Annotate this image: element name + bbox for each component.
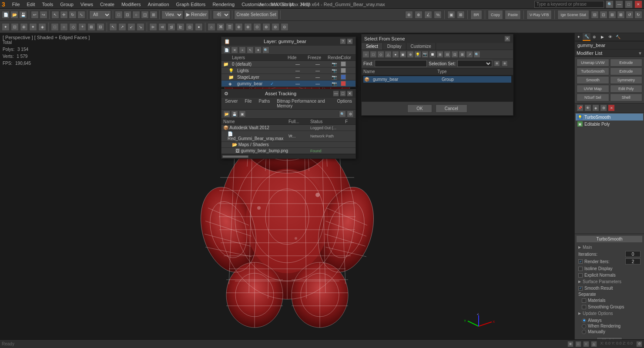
menu-tools[interactable]: Tools bbox=[39, 0, 57, 8]
schematic-view-icon[interactable]: ⊠ bbox=[457, 11, 465, 19]
layer-add-obj-icon[interactable]: + bbox=[239, 47, 246, 54]
unwrap-uvw-btn[interactable]: Unwrap UVW bbox=[577, 59, 609, 67]
sel-tb-5[interactable]: ● bbox=[392, 51, 399, 58]
make-unique-icon[interactable]: ◈ bbox=[592, 104, 599, 111]
snap-icon[interactable]: ⊕ bbox=[405, 11, 413, 19]
asset-dialog-max[interactable]: □ bbox=[340, 90, 346, 97]
asset-tb-icon-3[interactable]: ▣ bbox=[239, 110, 246, 117]
always-radio[interactable]: Always bbox=[578, 318, 641, 323]
asset-row-bump[interactable]: 🖼 gummy_bear_bump.png Found bbox=[221, 148, 356, 154]
smoothing-groups-checkbox[interactable] bbox=[582, 305, 586, 309]
tb2-icon-5[interactable]: ◈ bbox=[38, 23, 46, 31]
right-tab-display[interactable]: 👁 bbox=[606, 33, 614, 41]
layer-color-gummy[interactable] bbox=[341, 81, 346, 86]
explicit-normals-checkbox[interactable] bbox=[578, 273, 583, 278]
search-icon[interactable]: 🔍 bbox=[606, 0, 614, 8]
time-config-icon[interactable]: ⏱ bbox=[636, 341, 642, 347]
asset-menu-server[interactable]: Server bbox=[221, 98, 241, 109]
sel-tb-1[interactable]: ○ bbox=[362, 51, 369, 58]
update-options-header[interactable]: Update Options bbox=[577, 310, 642, 317]
tb2-icon-29[interactable]: ⊜ bbox=[272, 23, 279, 31]
tb2-icon-9[interactable]: ⌖ bbox=[78, 23, 86, 31]
asset-tb-icon-4[interactable]: 🔍 bbox=[339, 110, 346, 117]
isoline-checkbox[interactable] bbox=[578, 267, 583, 271]
layer-color-stage[interactable] bbox=[341, 74, 346, 80]
sel-tb-13[interactable]: ⊡ bbox=[451, 51, 458, 58]
asset-menu-bitmap[interactable]: Bitmap Performance and Memory bbox=[273, 98, 333, 109]
find-options-icon-1[interactable]: ⊕ bbox=[494, 60, 500, 67]
show-end-result-icon[interactable]: 👁 bbox=[584, 104, 591, 111]
undo-icon[interactable]: ↩ bbox=[31, 11, 39, 19]
layer-row-gummy-bear[interactable]: ◈ gummy_bear ✓ — — 📷 bbox=[221, 80, 356, 87]
sel-tb-11[interactable]: ⊞ bbox=[436, 51, 443, 58]
smooth-btn[interactable]: Smooth bbox=[577, 76, 609, 84]
tb2-icon-17[interactable]: ⊲ bbox=[158, 23, 166, 31]
paint-select-icon[interactable]: ○ bbox=[132, 11, 140, 19]
menu-animation[interactable]: Animation bbox=[144, 0, 173, 8]
vray-vfb-btn[interactable]: V-Ray VFB bbox=[527, 10, 552, 20]
percent-dropdown[interactable]: 490 bbox=[213, 10, 230, 19]
tb2-icon-21[interactable]: ● bbox=[195, 23, 203, 31]
select-icon[interactable]: ↖ bbox=[51, 11, 59, 19]
tb2-icon-13[interactable]: ↗ bbox=[118, 23, 126, 31]
sel-tb-14[interactable]: ⊠ bbox=[459, 51, 466, 58]
tb2-icon-7[interactable]: ○ bbox=[60, 23, 68, 31]
layer-manager-icon[interactable]: ▣ bbox=[447, 11, 455, 19]
menu-edit[interactable]: Edit bbox=[23, 0, 39, 8]
select-tab-select[interactable]: Select bbox=[362, 43, 383, 50]
extra-toolbar-icon-1[interactable]: ⊟ bbox=[591, 11, 599, 19]
asset-dialog-min[interactable]: — bbox=[333, 90, 339, 97]
configure-modsets-icon[interactable]: ⚙ bbox=[600, 104, 607, 111]
extrude-btn-2[interactable]: Extrude bbox=[610, 67, 643, 75]
asset-tb-icon-2[interactable]: 💾 bbox=[231, 110, 238, 117]
move-icon[interactable]: ✛ bbox=[60, 11, 68, 19]
asset-tb-icon-1[interactable]: 📂 bbox=[223, 110, 230, 117]
modifier-list-dropdown-icon[interactable]: ▼ bbox=[638, 51, 642, 56]
layer-dialog-close[interactable]: ✕ bbox=[347, 38, 353, 44]
asset-scrollbar-thumb[interactable] bbox=[222, 155, 248, 158]
tb2-icon-12[interactable]: ↖ bbox=[109, 23, 117, 31]
asset-menu-file[interactable]: File bbox=[241, 98, 255, 109]
render-iters-input[interactable] bbox=[625, 258, 641, 264]
find-input[interactable] bbox=[375, 60, 427, 67]
paste-btn[interactable]: Paste bbox=[505, 10, 521, 20]
right-tab-hierarchy[interactable]: ⊕ bbox=[590, 33, 598, 41]
tb2-icon-3[interactable]: ⊕ bbox=[20, 23, 28, 31]
status-bar-icon-4[interactable]: △ bbox=[591, 341, 597, 347]
tb2-icon-4[interactable]: ✦ bbox=[29, 23, 37, 31]
sel-tb-10[interactable]: 🔲 bbox=[429, 51, 436, 58]
cancel-button[interactable]: Cancel bbox=[436, 104, 467, 113]
sel-tb-12[interactable]: ⊟ bbox=[444, 51, 451, 58]
scale-icon[interactable]: ⤡ bbox=[77, 11, 85, 19]
angle-snap-icon[interactable]: ∠ bbox=[424, 11, 432, 19]
asset-scrollbar[interactable] bbox=[221, 154, 356, 158]
asset-menu-paths[interactable]: Paths bbox=[255, 98, 274, 109]
render-btn[interactable]: ▶ Render bbox=[184, 10, 209, 20]
right-tab-create[interactable]: ✦ bbox=[575, 33, 583, 41]
layer-row-stage[interactable]: 📁 StageLayer — — 📷 bbox=[221, 74, 356, 80]
tb2-icon-15[interactable]: ↘ bbox=[137, 23, 144, 31]
extra-toolbar-icon-2[interactable]: ⊡ bbox=[600, 11, 607, 19]
layer-dialog-titlebar[interactable]: 📋 Layer: gummy_bear ? ✕ bbox=[221, 37, 356, 46]
layer-row-lights[interactable]: 💡 Lights — — 📷 bbox=[221, 67, 356, 74]
status-bar-icon-2[interactable]: □ bbox=[575, 341, 581, 347]
menu-customize[interactable]: Customize bbox=[238, 0, 268, 8]
tb2-icon-1[interactable]: ✦ bbox=[2, 23, 10, 31]
ige-scene-stat-btn[interactable]: ige Scene Stat bbox=[557, 10, 589, 20]
remove-modifier-icon[interactable]: ✕ bbox=[608, 104, 615, 111]
selection-set-dropdown[interactable] bbox=[457, 60, 492, 67]
sel-tb-15[interactable]: ↗ bbox=[466, 51, 473, 58]
right-tab-modify[interactable]: 🔧 bbox=[583, 33, 590, 41]
tb2-icon-26[interactable]: ⊗ bbox=[244, 23, 252, 31]
layer-highlight-icon[interactable]: ✦ bbox=[255, 47, 262, 54]
search-input[interactable] bbox=[534, 1, 604, 8]
extra-toolbar-icon-5[interactable]: ↺ bbox=[626, 11, 634, 19]
asset-row-maps[interactable]: 📂 Maps / Shaders bbox=[221, 142, 356, 148]
smooth-result-checkbox[interactable] bbox=[578, 286, 583, 291]
menu-maxscript[interactable]: MAXScript bbox=[268, 0, 297, 8]
surface-params-header[interactable]: Surface Parameters bbox=[577, 278, 642, 285]
select-tab-display[interactable]: Display bbox=[383, 43, 406, 50]
asset-row-max-file[interactable]: 📄 Red_Gummi_Bear_vray.max \R... Network … bbox=[221, 131, 356, 142]
align-icon[interactable]: ⊞ bbox=[150, 11, 158, 19]
tb2-icon-11[interactable]: ⊟ bbox=[97, 23, 104, 31]
